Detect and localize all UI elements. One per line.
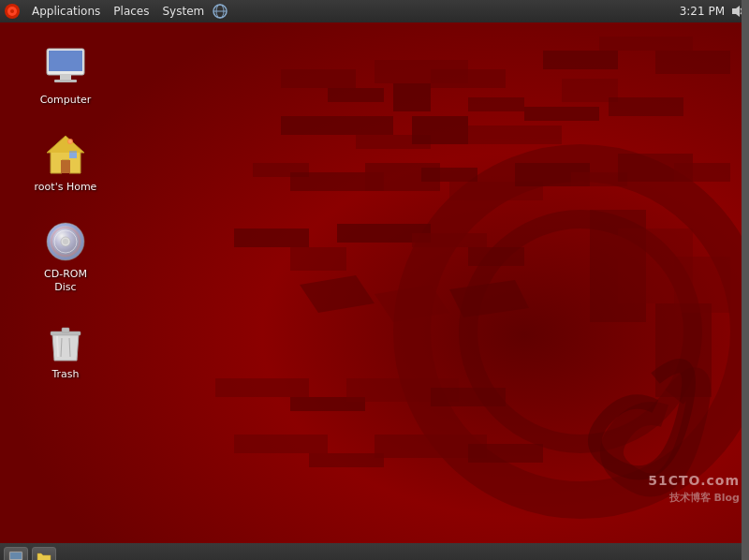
cdrom-icon — [43, 219, 88, 264]
svg-rect-61 — [61, 160, 70, 173]
svg-rect-44 — [431, 388, 506, 406]
taskbar — [0, 543, 749, 560]
svg-rect-45 — [234, 435, 328, 453]
home-icon — [43, 132, 88, 177]
folder-icon-small — [37, 550, 51, 560]
svg-rect-12 — [328, 88, 384, 102]
desktop: Computer root's Home — [0, 22, 749, 543]
svg-rect-46 — [309, 453, 384, 467]
computer-label: Computer — [40, 94, 92, 106]
svg-rect-37 — [468, 247, 524, 266]
svg-point-2 — [10, 9, 14, 13]
svg-rect-17 — [281, 116, 393, 135]
roots-home-icon-item[interactable]: root's Home — [28, 128, 103, 197]
watermark-line1: 51CTO.com — [648, 471, 740, 491]
svg-rect-54 — [599, 37, 693, 51]
menubar: Applications Places System 3:21 PM — [0, 0, 749, 22]
svg-rect-14 — [393, 83, 431, 111]
svg-rect-15 — [431, 69, 506, 88]
watermark-line2: 技术博客 Blog — [648, 491, 740, 507]
menu-system[interactable]: System — [156, 3, 210, 20]
svg-rect-23 — [609, 97, 683, 116]
desktop-icon-small — [8, 550, 23, 560]
menubar-right: 3:21 PM — [680, 4, 745, 19]
roots-home-label: root's Home — [35, 181, 97, 193]
svg-rect-48 — [468, 444, 543, 463]
svg-rect-55 — [655, 51, 730, 74]
svg-marker-6 — [732, 6, 740, 17]
svg-point-69 — [63, 239, 68, 244]
file-manager-button[interactable] — [32, 547, 56, 560]
svg-rect-52 — [674, 257, 730, 313]
svg-rect-16 — [468, 97, 524, 111]
svg-rect-58 — [60, 75, 71, 80]
svg-rect-19 — [412, 116, 468, 144]
svg-marker-63 — [47, 136, 84, 153]
svg-rect-53 — [543, 51, 618, 69]
svg-rect-36 — [412, 233, 487, 247]
svg-point-65 — [68, 140, 72, 143]
svg-rect-41 — [215, 378, 309, 397]
computer-icon — [43, 45, 88, 90]
svg-rect-59 — [54, 80, 77, 82]
menubar-left: Applications Places System — [4, 3, 228, 20]
trash-label: Trash — [51, 368, 79, 380]
clock: 3:21 PM — [680, 5, 725, 18]
svg-rect-57 — [49, 51, 82, 71]
svg-rect-11 — [281, 69, 356, 88]
svg-rect-34 — [290, 247, 346, 271]
svg-rect-21 — [524, 107, 599, 121]
trash-icon-item[interactable]: Trash — [28, 316, 103, 384]
network-icon — [212, 3, 228, 20]
svg-rect-77 — [10, 553, 22, 559]
svg-rect-32 — [674, 163, 730, 182]
menu-applications[interactable]: Applications — [26, 3, 106, 20]
svg-rect-20 — [468, 125, 562, 144]
desktop-icons: Computer root's Home — [28, 41, 103, 384]
computer-icon-item[interactable]: Computer — [28, 41, 103, 110]
cdrom-icon-item[interactable]: CD-ROM Disc — [28, 215, 103, 296]
watermark: 51CTO.com 技术博客 Blog — [648, 471, 740, 507]
svg-rect-75 — [62, 328, 69, 332]
cdrom-label: CD-ROM Disc — [32, 268, 99, 292]
os-logo-icon — [4, 3, 21, 20]
scrollbar[interactable] — [742, 0, 749, 560]
svg-rect-33 — [234, 228, 309, 247]
trash-icon — [43, 319, 88, 364]
svg-rect-27 — [421, 168, 477, 182]
desktop-background — [0, 22, 749, 543]
show-desktop-button[interactable] — [4, 547, 28, 560]
menu-places[interactable]: Places — [108, 3, 154, 20]
